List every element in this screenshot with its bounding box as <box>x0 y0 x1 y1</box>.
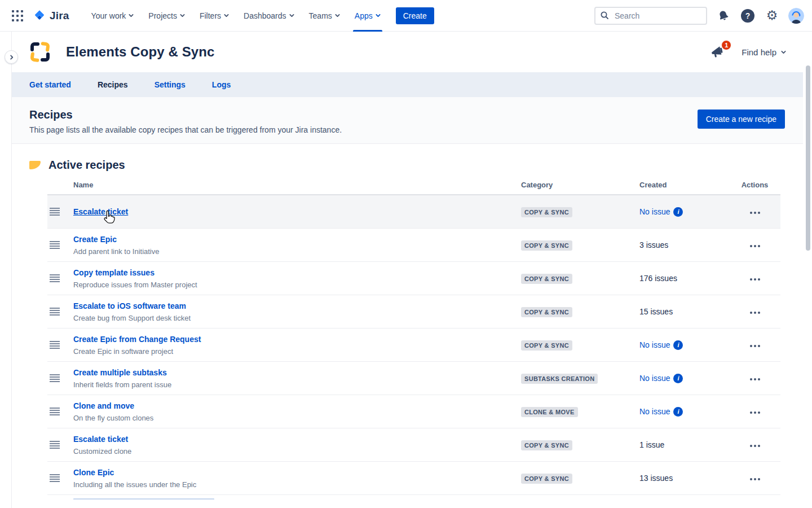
app-switcher-icon[interactable] <box>10 8 25 23</box>
find-help-dropdown[interactable]: Find help <box>742 47 786 57</box>
created-cell: No issue i <box>639 407 729 417</box>
row-actions-menu-button[interactable] <box>748 208 762 217</box>
tab-logs[interactable]: Logs <box>212 80 231 89</box>
table-row: Copy template issues Reproduce issues fr… <box>47 262 780 295</box>
table-body: Escalate ticket COPY & SYNC No issue i C… <box>47 195 780 495</box>
created-cell: 1 issue <box>639 440 729 449</box>
jira-logo-icon <box>33 9 46 23</box>
recipe-name-link[interactable]: Create multiple subtasks <box>73 368 167 377</box>
drag-handle-icon[interactable] <box>50 241 60 249</box>
vertical-scrollbar[interactable] <box>806 65 810 508</box>
avatar[interactable] <box>788 8 804 24</box>
chevron-down-icon <box>781 50 786 55</box>
category-badge: CLONE & MOVE <box>521 407 578 417</box>
help-icon[interactable]: ? <box>740 8 756 24</box>
app-header: Elements Copy & Sync 1 Find help <box>12 32 803 72</box>
nav-item-your-work[interactable]: Your work <box>84 0 142 32</box>
row-actions-menu-button[interactable] <box>748 408 762 417</box>
row-actions-menu-button[interactable] <box>748 341 762 351</box>
nav-item-apps[interactable]: Apps <box>347 0 388 32</box>
chevron-down-icon <box>129 13 134 18</box>
nav-item-filters[interactable]: Filters <box>192 0 236 32</box>
brand-name: Jira <box>50 10 69 22</box>
drag-handle-icon[interactable] <box>50 308 60 316</box>
search-input[interactable] <box>594 7 707 25</box>
recipes-section-icon <box>29 161 41 169</box>
page-description: This page lists all the available copy r… <box>29 125 342 134</box>
created-cell: No issue i <box>639 207 729 217</box>
recipe-name-link[interactable]: Copy template issues <box>73 268 155 277</box>
row-actions-menu-button[interactable] <box>748 308 762 317</box>
category-badge: COPY & SYNC <box>521 340 572 351</box>
nav-item-teams[interactable]: Teams <box>302 0 347 32</box>
notification-count-badge: 1 <box>721 40 731 50</box>
settings-gear-icon[interactable]: ⚙ <box>764 8 780 24</box>
drag-handle-icon[interactable] <box>50 208 60 216</box>
chevron-down-icon <box>335 13 340 18</box>
recipe-name-link[interactable]: Escalate ticket <box>73 435 128 444</box>
row-actions-menu-button[interactable] <box>748 375 762 384</box>
info-icon[interactable]: i <box>673 374 683 383</box>
drag-handle-icon[interactable] <box>50 408 60 415</box>
recipe-name-link[interactable]: Create Epic <box>73 235 117 244</box>
create-new-recipe-button[interactable]: Create a new recipe <box>698 110 785 129</box>
table-row: Create multiple subtasks Inherit fields … <box>47 362 780 395</box>
recipe-name-link[interactable]: Clone Epic <box>73 468 114 477</box>
drag-handle-icon[interactable] <box>50 274 60 282</box>
recipe-name-link[interactable]: Escalate ticket <box>73 207 128 216</box>
category-badge: COPY & SYNC <box>521 307 572 317</box>
drag-handle-icon[interactable] <box>50 341 60 349</box>
table-row: Escalate ticket Customized clone COPY & … <box>47 428 780 462</box>
recipe-name-link[interactable]: Escalate to iOS software team <box>73 301 186 310</box>
info-icon[interactable]: i <box>673 207 683 217</box>
table-row: Clone Epic Including all the issues unde… <box>47 462 780 495</box>
main-content: Elements Copy & Sync 1 Find help <box>12 32 803 508</box>
scrollbar-thumb[interactable] <box>806 65 810 251</box>
announcements-megaphone-icon[interactable]: 1 <box>710 43 727 60</box>
notifications-bell-icon[interactable] <box>716 8 731 24</box>
column-header-created: Created <box>639 181 729 189</box>
tab-settings[interactable]: Settings <box>155 80 186 89</box>
category-badge: COPY & SYNC <box>521 240 572 251</box>
drag-handle-icon[interactable] <box>50 474 60 482</box>
nav-item-dashboards[interactable]: Dashboards <box>236 0 302 32</box>
nav-item-projects[interactable]: Projects <box>141 0 192 32</box>
row-actions-menu-button[interactable] <box>748 475 762 484</box>
info-icon[interactable]: i <box>673 340 683 350</box>
jira-logo[interactable]: Jira <box>33 9 69 23</box>
created-cell: No issue i <box>639 374 729 383</box>
app-tab-bar: Get started Recipes Settings Logs <box>12 72 803 97</box>
create-button[interactable]: Create <box>396 7 434 24</box>
info-icon[interactable]: i <box>673 407 683 417</box>
recipe-description: Add parent link to Initiative <box>73 247 521 256</box>
recipe-name-link[interactable]: Clone and move <box>73 401 134 410</box>
active-recipes-card: Active recipes Name Category Created Act… <box>12 143 803 508</box>
recipe-description: Reproduce issues from Master project <box>73 281 521 289</box>
tab-get-started[interactable]: Get started <box>29 80 71 89</box>
recipe-description: Customized clone <box>73 447 521 456</box>
created-cell: No issue i <box>639 340 729 350</box>
recipe-name-link[interactable]: Create Epic from Change Request <box>73 335 201 344</box>
table-row: Create Epic Add parent link to Initiativ… <box>47 229 780 262</box>
category-badge: COPY & SYNC <box>521 440 572 450</box>
drag-handle-icon[interactable] <box>50 441 60 449</box>
recipes-table: Name Category Created Actions Escalate t… <box>47 181 780 500</box>
topnav-right-cluster: ? ⚙ <box>594 7 804 25</box>
chevron-down-icon <box>224 13 229 18</box>
recipe-description: Create Epic in software project <box>73 347 521 356</box>
row-actions-menu-button[interactable] <box>748 275 762 284</box>
chevron-down-icon <box>180 13 185 18</box>
row-actions-menu-button[interactable] <box>748 441 762 450</box>
recipe-description: Inherit fields from parent issue <box>73 380 521 389</box>
created-cell: 176 issues <box>639 274 729 283</box>
search-container <box>594 7 707 25</box>
created-cell: 13 issues <box>639 474 729 483</box>
expand-sidebar-button[interactable] <box>5 50 18 64</box>
row-actions-menu-button[interactable] <box>748 242 762 251</box>
column-header-name: Name <box>73 181 521 189</box>
primary-nav: Your work Projects Filters Dashboards Te… <box>84 0 388 32</box>
elements-copy-sync-logo <box>29 41 51 63</box>
tab-recipes[interactable]: Recipes <box>98 80 128 89</box>
drag-handle-icon[interactable] <box>50 374 60 382</box>
top-navigation-bar: Jira Your work Projects Filters Dashboar… <box>0 0 812 32</box>
